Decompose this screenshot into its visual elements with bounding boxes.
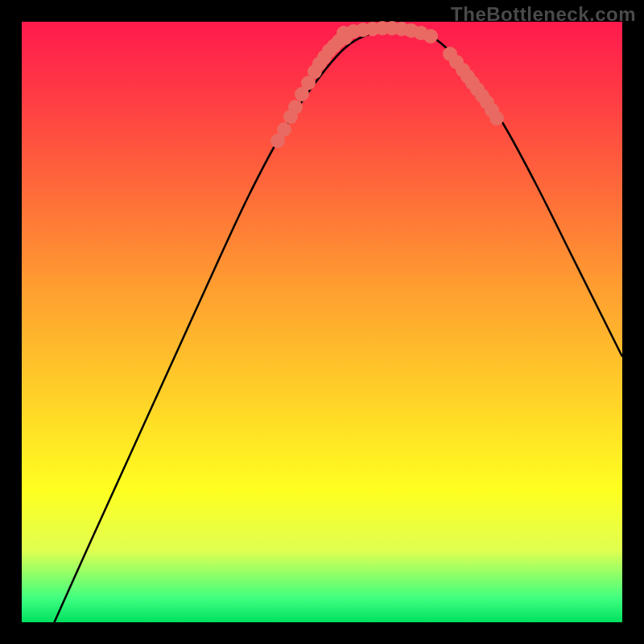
marker-cluster-right xyxy=(443,47,504,126)
marker-dot xyxy=(423,29,438,43)
chart-overlay xyxy=(22,22,622,622)
marker-dot xyxy=(277,122,291,137)
marker-dot xyxy=(489,111,504,126)
bottleneck-curve xyxy=(51,27,622,630)
marker-dot xyxy=(288,100,303,114)
marker-cluster-left xyxy=(270,31,353,148)
